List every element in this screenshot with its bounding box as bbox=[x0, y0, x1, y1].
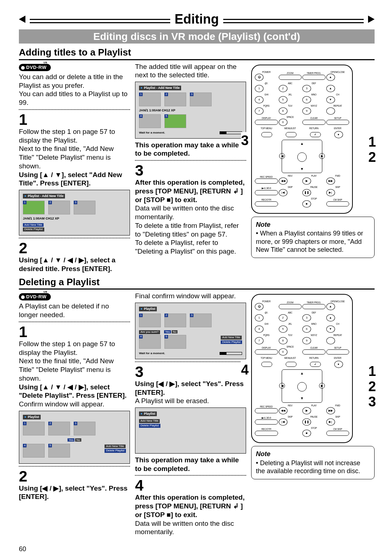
s1-step3-num: 3 bbox=[135, 163, 246, 178]
s1-step3d: To delete a Playlist, refer to "Deleting… bbox=[135, 238, 246, 256]
screen-delete-2: Playlist 1 2 3 Are you sure? YesNo 4 5 A… bbox=[135, 303, 246, 359]
dvd-rw-badge: VRDVD-RW bbox=[19, 64, 51, 71]
screen-add-title-1: Playlist - Add New Title 1 2 3 JAN/1 1:0… bbox=[19, 190, 130, 235]
callout-1b: 1 bbox=[368, 363, 376, 380]
s1-step2-num: 2 bbox=[19, 241, 130, 256]
dpad-icon: ▲ ▼ ◀ ▶ bbox=[282, 140, 322, 173]
top-banner: Editing bbox=[19, 11, 375, 27]
s1-step3b: Data will be written onto the disc momen… bbox=[135, 204, 246, 221]
section1-title: Adding titles to a Playlist bbox=[19, 46, 375, 60]
s1-intro2: You can add titles to a Playlist up to 9… bbox=[19, 90, 130, 107]
s2-step3b: A Playlist will be erased. bbox=[135, 397, 246, 405]
s2-intro: A Playlist can be deleted if no longer n… bbox=[19, 302, 130, 319]
sub-banner: Editing discs in VR mode (Playlist) (con… bbox=[19, 29, 375, 44]
s1-step2a: Using [▲ / ▼ / ◀ / ▶], select a desired … bbox=[19, 256, 130, 273]
s1-step1a: Follow the step 1 on page 57 to display … bbox=[19, 127, 130, 145]
s2-step1c: Using [▲ / ▼ / ◀ / ▶], select "Delete Pl… bbox=[19, 383, 130, 400]
dpad-icon: ▲ ▼ ◀ ▶ bbox=[282, 369, 322, 403]
s1-step1-num: 1 bbox=[19, 112, 130, 127]
s2-step1b: Next to the final title, "Add New Title"… bbox=[19, 357, 130, 382]
s2-step3a: Using [◀ / ▶], select "Yes". Press [ENTE… bbox=[135, 380, 246, 397]
s2-step4b: Data will be written onto the disc momen… bbox=[135, 519, 246, 537]
s1-col2-intro: The added title will appear on the next … bbox=[135, 62, 246, 80]
callout-1: 1 bbox=[368, 134, 376, 151]
callout-2: 2 bbox=[368, 149, 376, 166]
s1-step1b: Next to the final title, "Add New Title"… bbox=[19, 144, 130, 170]
s2-step4-num: 4 bbox=[135, 478, 246, 493]
remote-diagram-2: POWER⏻ ZOOM TIMER PROG. OPEN/CLOSE▲ @!.1… bbox=[251, 294, 353, 443]
callout-2b: 2 bbox=[368, 378, 376, 396]
progress-bar-icon bbox=[220, 131, 242, 134]
s2-warn: This operation may take a while to be co… bbox=[135, 456, 246, 473]
s2-step2a: Using [◀ / ▶], select "Yes". Press [ENTE… bbox=[19, 484, 130, 501]
dvd-rw-badge-2: VRDVD-RW bbox=[19, 293, 51, 300]
callout-3b: 3 bbox=[368, 393, 376, 411]
ornament-left-icon bbox=[19, 16, 25, 23]
s2-step1-num: 1 bbox=[19, 324, 130, 340]
ornament-right-icon bbox=[368, 16, 375, 23]
s2-step1d: Confirm window will appear. bbox=[19, 400, 130, 409]
screen-add-title-2: Playlist - Add New Title 1 2 3 JAN/1 1:0… bbox=[135, 82, 246, 139]
s1-step3c: To delete a title from Playlist, refer t… bbox=[135, 221, 246, 239]
callout-4: 4 bbox=[241, 361, 249, 379]
page-number: 60 bbox=[19, 545, 375, 553]
progress-bar-icon bbox=[220, 352, 242, 355]
screen-delete-1: Playlist 1 2 3 YesNo 4 5 Add New Title D… bbox=[19, 411, 130, 464]
page-title: Editing bbox=[175, 11, 219, 27]
callout-3: 3 bbox=[241, 132, 249, 149]
remote-diagram: POWER⏻ ZOOM TIMER PROG. OPEN/CLOSE▲ @!.1… bbox=[251, 65, 353, 214]
screen-delete-3: Playlist Add New Title Delete Playlist bbox=[135, 407, 246, 454]
s2-step2-num: 2 bbox=[19, 469, 130, 484]
note-box-2: Note • Deleting a Playlist will not incr… bbox=[251, 446, 375, 479]
s1-step3a: After this operation is completed, press… bbox=[135, 178, 246, 204]
s2-step1a: Follow the step 1 on page 57 to display … bbox=[19, 340, 130, 357]
s1-step1c: Using [▲ / ▼], select "Add New Title". P… bbox=[19, 171, 130, 188]
s2-step3-num: 3 bbox=[135, 364, 246, 380]
section2-title: Deleting a Playlist bbox=[19, 276, 375, 290]
note-box-1: Note • When a Playlist contains 99 title… bbox=[251, 217, 375, 258]
s2-step4a: After this operation is completed, press… bbox=[135, 493, 246, 519]
s2-col2-intro: Final confirm window will appear. bbox=[135, 292, 246, 300]
s1-intro1: You can add or delete a title in the Pla… bbox=[19, 73, 130, 90]
s1-warn: This operation may take a while to be co… bbox=[135, 141, 246, 158]
